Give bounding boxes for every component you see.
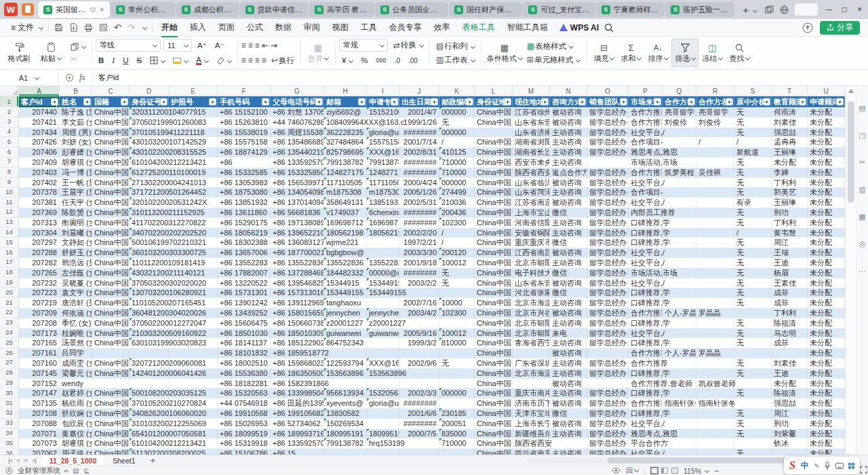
cell-U9[interactable]: 未分配 xyxy=(808,178,845,188)
cell-C17[interactable]: China中国 xyxy=(92,258,130,268)
cell-F12[interactable]: +86 13611860 xyxy=(218,208,271,218)
header-cell-H[interactable]: 邮箱▼ xyxy=(324,96,367,107)
row-header-29[interactable]: 29 xyxy=(0,379,19,389)
cell-D13[interactable]: 411702200312270822 xyxy=(130,218,169,228)
cell-R3[interactable]: 刘俊伶 xyxy=(696,117,734,128)
cell-U23[interactable]: 未分配 xyxy=(808,318,845,328)
cell-B15[interactable]: 文静如 (女 xyxy=(60,238,92,248)
cell-B30[interactable]: 赵君婷 (女 xyxy=(60,388,92,398)
cell-S25[interactable]: 无 xyxy=(734,338,772,348)
cell-Q10[interactable] xyxy=(663,187,696,197)
cell-U6[interactable]: 未分配 xyxy=(808,147,845,157)
cell-I30[interactable]: 153205635 xyxy=(367,388,399,398)
header-cell-L[interactable]: 身份证地▼ xyxy=(475,96,513,107)
cell-C25[interactable]: China中国 xyxy=(92,338,130,348)
cell-J22[interactable]: 2003/4/2 xyxy=(399,308,439,318)
row-header-26[interactable]: 26 xyxy=(0,348,19,358)
cell-A23[interactable]: 207208 xyxy=(19,318,60,328)
cell-R2[interactable]: 亮哥留学 xyxy=(696,107,734,117)
cell-E30[interactable] xyxy=(169,388,218,398)
add-tab-button[interactable]: + xyxy=(738,4,761,16)
cell-U34[interactable]: 未分配 xyxy=(808,429,845,439)
cell-G13[interactable]: +86 1971380890 xyxy=(271,218,324,228)
cell-N23[interactable]: 主动咨询 xyxy=(550,318,587,328)
cell-N12[interactable]: 微信 xyxy=(550,208,587,218)
cell-E27[interactable] xyxy=(169,358,218,368)
row-header-24[interactable]: 24 xyxy=(0,328,19,339)
ime-grid-icon[interactable] xyxy=(848,463,854,469)
header-cell-T[interactable]: 教育顾问▼ xyxy=(772,96,808,107)
cell-F18[interactable]: +86 17882007 xyxy=(218,268,271,278)
cell-E18[interactable] xyxy=(169,268,218,278)
cell-Q4[interactable] xyxy=(663,128,696,138)
vertical-scroll-thumb[interactable] xyxy=(848,101,854,203)
cell-T32[interactable]: 周江 xyxy=(772,408,808,419)
cell-T24[interactable]: 马志明 xyxy=(772,328,808,339)
filter-dropdown-button[interactable]: ▼ xyxy=(262,98,269,106)
align-middle-icon[interactable]: ≡ xyxy=(248,41,252,50)
cell-Q13[interactable] xyxy=(663,218,696,228)
cell-P26[interactable]: 合作方推荐 xyxy=(629,348,663,358)
search-icon[interactable] xyxy=(604,23,614,33)
cell-A24[interactable]: 207173 xyxy=(19,328,60,339)
cell-M19[interactable]: 山东省东营 xyxy=(513,278,550,288)
cell-O33[interactable]: 留学总经办 xyxy=(587,419,629,429)
cell-F24[interactable]: +86 18501030 xyxy=(218,328,271,339)
cell-E7[interactable] xyxy=(169,157,218,168)
cell-J7[interactable]: ######## xyxy=(399,157,439,168)
cell-L7[interactable]: China中国 xyxy=(475,157,513,168)
cell-T25[interactable]: 成菲 xyxy=(772,338,808,348)
formula-search-icon[interactable] xyxy=(65,73,74,82)
cell-B25[interactable]: 汤景然 (女 xyxy=(60,338,92,348)
cell-I28[interactable]: 153563896 xyxy=(367,368,399,379)
panel-grid-icon[interactable]: ▦ xyxy=(859,212,865,221)
next-sheet-icon[interactable]: > xyxy=(24,457,27,464)
cell-O19[interactable]: 留学总经办 xyxy=(587,278,629,288)
cell-U25[interactable]: 未分配 xyxy=(808,338,845,348)
first-sheet-icon[interactable]: |< xyxy=(8,457,12,464)
cell-T34[interactable]: 刘紫馨 xyxy=(772,429,808,439)
row-header-7[interactable]: 7 xyxy=(0,157,19,168)
cell-T11[interactable]: 王丽琳 xyxy=(772,197,808,208)
row-header-36[interactable]: 36 xyxy=(0,449,19,455)
cell-G11[interactable]: +86 1370140948 xyxy=(271,197,324,208)
cell-A36[interactable]: 207062 xyxy=(19,449,60,455)
cell-K34[interactable]: 835000 xyxy=(439,429,475,439)
cell-D5[interactable]: 430103200107142529 xyxy=(130,137,169,147)
row-header-35[interactable]: 35 xyxy=(0,438,19,449)
cell-F17[interactable]: +86 13552283 xyxy=(218,258,271,268)
cell-N3[interactable]: 被动咨询 xyxy=(550,117,587,128)
cell-M30[interactable]: 重庆市南岸 xyxy=(513,388,550,398)
document-tab[interactable]: S医护五险一金.xlsx xyxy=(665,2,734,17)
cell-T13[interactable]: 丁利利 xyxy=(772,218,808,228)
ime-mode-chinese[interactable]: 中 xyxy=(801,460,809,472)
cell-C35[interactable]: China中国 xyxy=(92,438,130,449)
cell-N27[interactable]: 主动咨询 xyxy=(550,358,587,368)
cell-P28[interactable]: 口碑推荐,学 xyxy=(629,368,663,379)
cell-N35[interactable] xyxy=(550,438,587,449)
cell-R32[interactable] xyxy=(696,408,734,419)
cell-O32[interactable]: 留学总经办 xyxy=(587,408,629,419)
cell-K16[interactable]: 200120 xyxy=(439,248,475,258)
cell-D8[interactable]: 612725200110100019 xyxy=(130,168,169,178)
cell-G31[interactable]: +86 田延的1395 xyxy=(271,398,324,408)
cell-B4[interactable]: 周煜 (男) xyxy=(60,128,92,138)
cell-S4[interactable]: 无 xyxy=(734,128,772,138)
cell-D34[interactable]: 654101200007050581 xyxy=(130,429,169,439)
font-color-button[interactable]: A xyxy=(193,56,211,66)
cell-P4[interactable]: 社交平台,/ xyxy=(629,128,663,138)
cell-U28[interactable]: 未分配 xyxy=(808,368,845,379)
cell-M9[interactable]: 山东省临沂 xyxy=(513,178,550,188)
cell-Q3[interactable]: 刘俊伶 xyxy=(663,117,696,128)
row-header-18[interactable]: 18 xyxy=(0,268,19,278)
cell-M28[interactable]: 北京市海淀 xyxy=(513,368,550,379)
cell-H15[interactable]: wjrme221 xyxy=(324,238,367,248)
cell-S7[interactable]: 无 xyxy=(734,157,772,168)
cell-R27[interactable] xyxy=(696,358,734,368)
cell-S32[interactable]: 无 xyxy=(734,408,772,419)
cell-U22[interactable]: 未分配 xyxy=(808,308,845,318)
cell-D4[interactable]: 370105199411221118 xyxy=(130,128,169,138)
cell-N5[interactable]: 主动咨询 xyxy=(550,137,587,147)
cell-F13[interactable]: +86 15290175 xyxy=(218,218,271,228)
cell-B7[interactable]: 胡睿琪 (女 xyxy=(60,157,92,168)
